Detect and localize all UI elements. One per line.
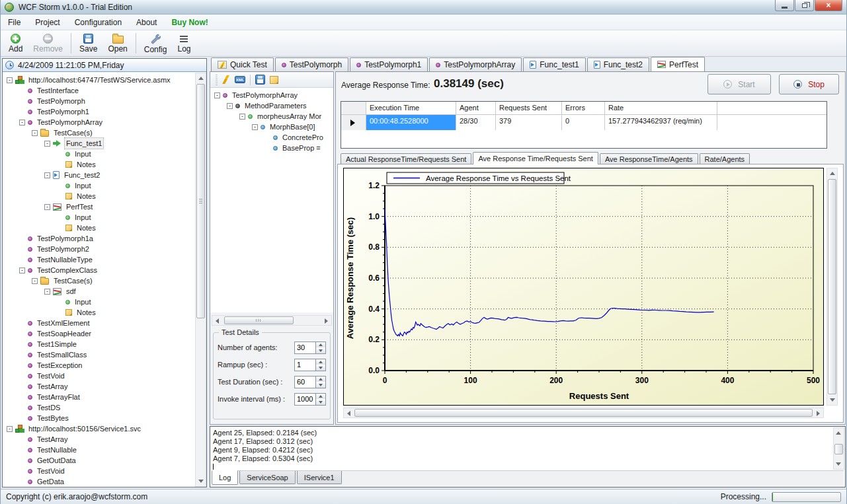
rampup-input[interactable]	[294, 359, 316, 371]
run-icon[interactable]	[222, 75, 230, 85]
tab-quick-test[interactable]: Quick Test	[211, 57, 274, 71]
col-rate[interactable]: Rate	[605, 102, 717, 114]
tree-item[interactable]: TestVoid	[3, 466, 195, 476]
parameters-hscrollbar[interactable]	[212, 315, 332, 326]
interval-input[interactable]	[294, 393, 316, 406]
tree-item[interactable]: TestInterface	[3, 85, 195, 96]
menu-buy-now[interactable]: Buy Now!	[164, 15, 215, 30]
tab-ave-response-requests[interactable]: Ave Response Time/Requests Sent	[473, 152, 598, 164]
duration-stepper[interactable]	[294, 376, 326, 388]
tab-log[interactable]: Log	[212, 470, 238, 485]
menu-file[interactable]: File	[1, 15, 28, 30]
tree-item[interactable]: TestPolymorph1	[3, 106, 195, 117]
rampup-stepper[interactable]	[294, 359, 326, 371]
expander-icon[interactable]: -	[252, 124, 258, 130]
tree-item[interactable]: -http://localhost:64747/TestWS/Service.a…	[3, 75, 195, 85]
cell-execution-time[interactable]: 00:00:48.2528000	[366, 115, 456, 130]
tree-item[interactable]: TestArrayFlat	[3, 392, 195, 402]
tree-item[interactable]: TestException	[3, 360, 195, 371]
expander-icon[interactable]: -	[44, 204, 50, 210]
tree-item[interactable]: Test1Simple	[3, 339, 195, 349]
xml-icon[interactable]: XML	[235, 76, 245, 83]
expander-icon[interactable]: -	[44, 172, 50, 178]
tree-item[interactable]: -TestComplexClass	[3, 265, 195, 275]
tab-testpolymorph1[interactable]: TestPolymorph1	[350, 57, 428, 71]
menu-project[interactable]: Project	[28, 15, 67, 30]
tab-ave-response-agents[interactable]: Ave ResponseTime/Agents	[600, 153, 698, 164]
expander-icon[interactable]: -	[19, 268, 25, 273]
tree-item[interactable]: Input	[3, 212, 195, 223]
spin-down-icon[interactable]	[316, 399, 325, 405]
table-row[interactable]: 00:00:48.2528000 28/30 379 0 157.2779434…	[341, 115, 827, 130]
log-button[interactable]: Log	[172, 30, 196, 56]
expander-icon[interactable]: -	[7, 426, 13, 432]
cell-rate[interactable]: 157.277943462937 (req/min)	[605, 115, 717, 130]
config-button[interactable]: Config	[139, 30, 173, 56]
tree-item[interactable]: TestPolymorph2	[3, 244, 195, 254]
cell-agent[interactable]: 28/30	[456, 115, 496, 130]
tab-testpolymorpharray[interactable]: TestPolymorphArray	[429, 57, 522, 71]
tree-item[interactable]: -TestCase(s)	[3, 127, 195, 138]
close-button[interactable]: ×	[815, 0, 842, 11]
tree-item[interactable]: -PerfTest	[3, 201, 195, 212]
tab-func-test2[interactable]: Func_test2	[587, 57, 649, 71]
spin-up-icon[interactable]	[316, 377, 325, 382]
expander-icon[interactable]: -	[32, 278, 38, 284]
tree-item[interactable]: -sdf	[3, 286, 195, 297]
tree-item[interactable]: GetData	[3, 476, 195, 487]
tree-item[interactable]: -TestCase(s)	[3, 275, 195, 286]
tree-item[interactable]: Input	[3, 149, 195, 159]
stop-button[interactable]: Stop	[779, 74, 839, 94]
interval-stepper[interactable]	[294, 393, 326, 406]
tree-item[interactable]: TestPolymorph1a	[3, 233, 195, 244]
notes-icon[interactable]	[270, 76, 278, 84]
tree-item[interactable]: TestNullable	[3, 445, 195, 455]
tab-actual-response[interactable]: Actual ResponseTime/Requests Sent	[341, 153, 471, 164]
tree-item[interactable]: Notes	[3, 159, 195, 170]
expander-icon[interactable]: -	[214, 92, 220, 98]
expander-icon[interactable]: -	[44, 289, 50, 295]
expander-icon[interactable]: -	[32, 130, 38, 136]
spin-down-icon[interactable]	[316, 347, 325, 353]
tree-item[interactable]: TestArray	[3, 381, 195, 392]
col-agent[interactable]: Agent	[456, 102, 496, 114]
chart-hscrollbar[interactable]	[343, 408, 824, 418]
menu-about[interactable]: About	[129, 15, 164, 30]
remove-button[interactable]: Remove	[28, 30, 68, 56]
tree-item[interactable]: TestSoapHeader	[3, 328, 195, 339]
expander-icon[interactable]: -	[19, 120, 25, 126]
tree-item[interactable]: Input	[3, 180, 195, 191]
col-execution-time[interactable]: Execution Time	[366, 102, 456, 114]
tree-item[interactable]: TestBytes	[3, 413, 195, 423]
tree-item[interactable]: Notes	[3, 223, 195, 233]
menu-configuration[interactable]: Configuration	[67, 15, 129, 30]
minimize-button[interactable]	[775, 0, 794, 11]
services-tree-scrollbar[interactable]	[195, 73, 206, 487]
chart-vscrollbar[interactable]	[827, 168, 838, 406]
tree-item[interactable]: -MorphBase[0]	[210, 122, 333, 132]
tree-item[interactable]: -Func_test2	[3, 170, 195, 180]
tab-rate-agents[interactable]: Rate/Agents	[700, 153, 750, 164]
spin-up-icon[interactable]	[316, 359, 325, 365]
tree-item[interactable]: -morpheusArray Mor	[210, 111, 333, 122]
tab-testpolymorph[interactable]: TestPolymorph	[275, 57, 348, 71]
tree-item[interactable]: -TestPolymorphArray	[210, 90, 333, 100]
start-button[interactable]: Start	[707, 74, 771, 94]
tree-item[interactable]: GetOutData	[3, 455, 195, 466]
expander-icon[interactable]: -	[7, 77, 13, 83]
tree-item[interactable]: TestSmallClass	[3, 349, 195, 360]
tree-item[interactable]: TestDS	[3, 402, 195, 413]
tree-item[interactable]: ConcretePro	[210, 132, 333, 143]
tree-item[interactable]: TestPolymorph	[3, 96, 195, 106]
agents-stepper[interactable]	[294, 342, 326, 354]
expander-icon[interactable]: -	[44, 141, 50, 147]
tree-item[interactable]: TestVoid	[3, 371, 195, 381]
cell-errors[interactable]: 0	[562, 115, 605, 130]
restore-button[interactable]	[795, 0, 814, 11]
tree-item[interactable]: TestXmlElement	[3, 318, 195, 328]
tab-perftest[interactable]: PerfTest	[651, 57, 705, 71]
spin-down-icon[interactable]	[316, 382, 325, 388]
open-button[interactable]: Open	[102, 30, 132, 56]
save-icon[interactable]	[255, 75, 265, 85]
agents-input[interactable]	[294, 342, 316, 354]
